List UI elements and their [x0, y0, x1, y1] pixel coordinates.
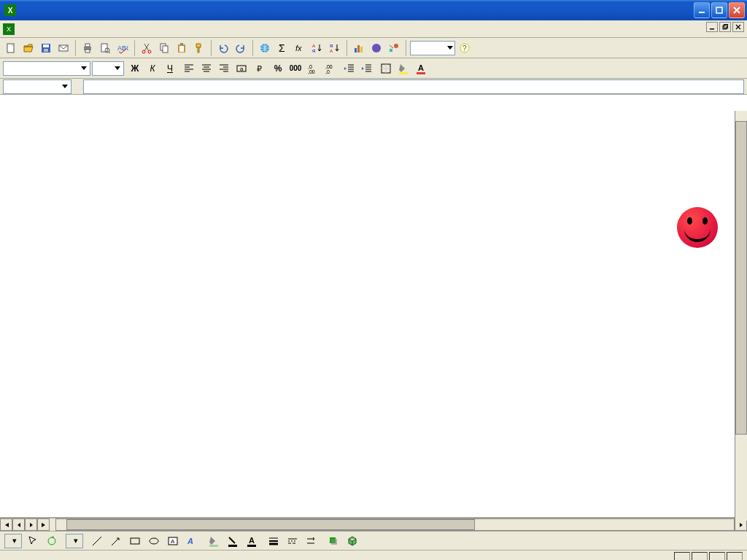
- mdi-restore[interactable]: [719, 22, 731, 32]
- line-icon[interactable]: [89, 533, 105, 549]
- svg-rect-58: [247, 545, 256, 547]
- name-box[interactable]: [3, 79, 71, 94]
- align-right-icon[interactable]: [216, 61, 232, 77]
- svg-text:Σ: Σ: [279, 42, 285, 54]
- tab-nav-last[interactable]: [37, 518, 50, 531]
- vertical-scrollbar[interactable]: [735, 111, 747, 521]
- fill-color-draw-icon[interactable]: [206, 533, 222, 549]
- paste-icon[interactable]: [174, 40, 190, 56]
- zoom-combo[interactable]: [410, 41, 455, 55]
- format-painter-icon[interactable]: [191, 40, 207, 56]
- 3d-icon[interactable]: [344, 533, 360, 549]
- menu-view[interactable]: [36, 27, 45, 31]
- hyperlink-icon[interactable]: [257, 40, 273, 56]
- underline-button[interactable]: Ч: [162, 61, 178, 77]
- menu-edit[interactable]: [28, 27, 36, 31]
- rect-icon[interactable]: [127, 533, 143, 549]
- horizontal-scrollbar[interactable]: [55, 518, 735, 531]
- drawing-toggle-icon[interactable]: [386, 40, 402, 56]
- line-style-icon[interactable]: [266, 533, 282, 549]
- increase-decimal-icon[interactable]: ,0,00: [305, 61, 321, 77]
- status-caps: [692, 552, 708, 561]
- comma-icon[interactable]: 000: [287, 61, 303, 77]
- align-center-icon[interactable]: [198, 61, 214, 77]
- cut-icon[interactable]: [139, 40, 155, 56]
- help-icon[interactable]: ?: [457, 40, 473, 56]
- minimize-button[interactable]: [694, 2, 710, 18]
- new-icon[interactable]: [3, 40, 19, 56]
- status-ext: [674, 552, 690, 561]
- wordart-icon[interactable]: A: [184, 533, 200, 549]
- map-icon[interactable]: [368, 40, 384, 56]
- font-combo[interactable]: [3, 61, 90, 76]
- copy-icon[interactable]: [156, 40, 172, 56]
- sort-desc-icon[interactable]: ЯА: [327, 40, 343, 56]
- line-color-icon[interactable]: [225, 533, 241, 549]
- percent-icon[interactable]: %: [270, 61, 286, 77]
- arrow-style-icon[interactable]: [303, 533, 320, 549]
- font-color-draw-icon[interactable]: A: [244, 533, 260, 549]
- spreadsheet-grid[interactable]: [0, 95, 747, 518]
- print-preview-icon[interactable]: [97, 40, 113, 56]
- mdi-minimize[interactable]: [706, 22, 718, 32]
- menubar: X: [0, 20, 747, 38]
- maximize-button[interactable]: [711, 2, 727, 18]
- arrow-icon[interactable]: [108, 533, 124, 549]
- svg-text:А: А: [312, 44, 315, 48]
- autosum-icon[interactable]: Σ: [274, 40, 290, 56]
- menu-window[interactable]: [80, 27, 89, 31]
- tab-nav-prev[interactable]: [12, 518, 25, 531]
- italic-button[interactable]: К: [144, 61, 160, 77]
- formula-input[interactable]: [83, 79, 744, 94]
- oval-icon[interactable]: [146, 533, 162, 549]
- font-size-combo[interactable]: [92, 61, 124, 76]
- currency-icon[interactable]: ₽: [252, 61, 268, 77]
- shadow-icon[interactable]: [325, 533, 341, 549]
- svg-point-49: [48, 537, 55, 545]
- workbook-icon[interactable]: X: [3, 23, 15, 35]
- font-color-icon[interactable]: A: [413, 61, 429, 77]
- redo-icon[interactable]: [233, 40, 249, 56]
- svg-text:А: А: [330, 49, 333, 53]
- increase-indent-icon[interactable]: [359, 61, 375, 77]
- decrease-indent-icon[interactable]: [341, 61, 357, 77]
- function-icon[interactable]: fx: [292, 40, 308, 56]
- print-icon[interactable]: [80, 40, 96, 56]
- tab-nav-first[interactable]: [0, 518, 12, 531]
- decrease-decimal-icon[interactable]: ,00,0: [322, 61, 338, 77]
- mdi-close[interactable]: [732, 22, 744, 32]
- bold-button[interactable]: Ж: [127, 61, 143, 77]
- menu-tools[interactable]: [63, 27, 71, 31]
- status-scrl: [727, 552, 743, 561]
- autoshapes-menu[interactable]: ▾: [66, 534, 83, 548]
- undo-icon[interactable]: [215, 40, 231, 56]
- svg-rect-8: [44, 49, 48, 52]
- align-left-icon[interactable]: [181, 61, 197, 77]
- draw-actions-menu[interactable]: ▾: [4, 534, 22, 548]
- merge-center-icon[interactable]: a: [233, 61, 249, 77]
- svg-text:A: A: [187, 537, 193, 545]
- spelling-icon[interactable]: ABC: [115, 40, 131, 56]
- open-icon[interactable]: [20, 40, 36, 56]
- textbox-icon[interactable]: A: [165, 533, 181, 549]
- sort-asc-icon[interactable]: АЯ: [309, 40, 325, 56]
- select-objects-icon[interactable]: [25, 533, 41, 549]
- dash-style-icon[interactable]: [285, 533, 301, 549]
- menu-file[interactable]: [19, 27, 28, 31]
- borders-icon[interactable]: [378, 61, 394, 77]
- close-button[interactable]: [729, 2, 745, 18]
- menu-help[interactable]: [89, 27, 98, 31]
- status-bar: [0, 550, 747, 560]
- menu-data[interactable]: [71, 27, 80, 31]
- svg-text:fx: fx: [295, 44, 302, 52]
- menu-insert[interactable]: [45, 27, 54, 31]
- menu-format[interactable]: [54, 27, 63, 31]
- svg-text:A: A: [171, 538, 175, 545]
- tab-nav-next[interactable]: [25, 518, 37, 531]
- email-icon[interactable]: [55, 40, 71, 56]
- svg-text:a: a: [240, 66, 244, 72]
- chart-icon[interactable]: [351, 40, 367, 56]
- rotate-icon[interactable]: [44, 533, 60, 549]
- save-icon[interactable]: [38, 40, 54, 56]
- fill-color-icon[interactable]: [395, 61, 411, 77]
